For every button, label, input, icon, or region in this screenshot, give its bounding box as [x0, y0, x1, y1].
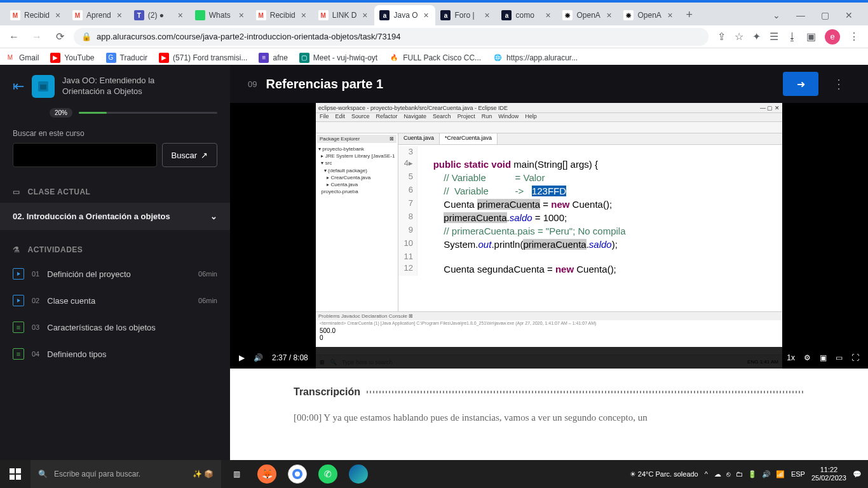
bookmark-item[interactable]: GTraducir [106, 53, 148, 63]
system-tray[interactable]: ☁⎋🗀🔋🔊📶 [714, 470, 785, 478]
browser-tab[interactable]: MLINK D× [313, 5, 375, 25]
weather-widget[interactable]: ☀ 24°C Parc. soleado [630, 470, 698, 478]
search-label: Buscar en este curso [0, 129, 230, 143]
tray-chevron-icon[interactable]: ^ [705, 470, 708, 478]
course-logo [32, 75, 55, 98]
lock-icon: 🔒 [81, 32, 92, 41]
close-icon[interactable]: × [237, 11, 246, 20]
chrome-icon[interactable] [282, 460, 313, 488]
close-icon[interactable]: × [543, 11, 552, 20]
share-icon[interactable]: ⇪ [717, 30, 726, 43]
browser-tab[interactable]: MRecibid× [5, 5, 67, 25]
browser-tab[interactable]: aForo |× [435, 5, 496, 25]
language-indicator[interactable]: ESP [791, 470, 805, 478]
back-button[interactable]: ← [5, 28, 23, 46]
transcript-section: Transcripción [00:00] Y ya que estamos h… [230, 369, 868, 460]
taskbar-search[interactable]: 🔍 Escribe aquí para buscar. ✨ 📦 [31, 460, 221, 488]
transcript-heading: Transcripción [294, 386, 804, 398]
browser-tab[interactable]: ❋OpenA× [618, 5, 679, 25]
browser-tab[interactable]: Whats× [190, 5, 251, 25]
bookmark-item[interactable]: 🔥FULL Pack Cisco CC... [389, 53, 481, 63]
play-icon[interactable]: ▶ [239, 353, 245, 362]
lesson-title: Referencias parte 1 [266, 77, 774, 92]
lesson-menu-icon[interactable]: ⋮ [827, 76, 850, 92]
video-time: 2:37 / 8:08 [272, 353, 308, 362]
browser-tab[interactable]: T(2) ●× [129, 5, 190, 25]
activity-item[interactable]: 01Definición del proyecto06min [0, 261, 230, 287]
activity-item[interactable]: 02Clase cuenta06min [0, 287, 230, 314]
close-icon[interactable]: × [482, 11, 491, 20]
new-tab-button[interactable]: + [679, 8, 699, 25]
window-maximize[interactable]: ▢ [818, 10, 831, 20]
bookmark-item[interactable]: ▢Meet - vuj-hwiq-oyt [299, 53, 377, 63]
browser-tab[interactable]: MAprend× [67, 5, 129, 25]
external-icon: ↗ [201, 151, 208, 160]
reading-list-icon[interactable]: ☰ [770, 30, 778, 43]
close-icon[interactable]: × [360, 11, 369, 20]
bookmark-item[interactable]: 🌐https://app.aluracur... [492, 53, 578, 63]
window-close[interactable]: ✕ [843, 10, 855, 20]
course-search-input[interactable] [13, 143, 157, 167]
svg-rect-5 [16, 475, 21, 480]
course-sidebar: ⇤ Java OO: Entendiendo la Orientación a … [0, 65, 230, 460]
video-controls: ▶ 🔊 2:37 / 8:08 1x ⚙ ▣ ▭ ⛶ [230, 347, 868, 369]
activity-item[interactable]: ≡03Características de los objetos [0, 314, 230, 341]
sidepanel-icon[interactable]: ▣ [806, 30, 816, 43]
speed-button[interactable]: 1x [787, 353, 795, 362]
close-icon[interactable]: × [176, 11, 185, 20]
clock[interactable]: 11:22 25/02/2023 [811, 466, 846, 482]
downloads-icon[interactable]: ⭳ [787, 31, 797, 43]
course-search-button[interactable]: Buscar ↗ [162, 143, 217, 167]
progress-percent: 20% [50, 108, 72, 118]
close-icon[interactable]: × [604, 11, 613, 20]
windows-taskbar: 🔍 Escribe aquí para buscar. ✨ 📦 ▥ 🦊 ✆ ☀ … [0, 460, 868, 488]
theater-icon[interactable]: ▭ [836, 353, 843, 362]
bookmark-item[interactable]: ▶(571) Ford transmisi... [159, 53, 247, 63]
transcript-body: [00:00] Y ya que estamos hablando pues d… [294, 410, 804, 425]
whatsapp-icon[interactable]: ✆ [313, 460, 343, 488]
start-button[interactable] [0, 460, 31, 488]
close-icon[interactable]: × [421, 11, 430, 20]
close-icon[interactable]: × [53, 11, 62, 20]
bookmark-item[interactable]: ≡afne [259, 53, 287, 63]
edge-icon[interactable] [343, 460, 374, 488]
close-icon[interactable]: × [115, 11, 124, 20]
browser-tab[interactable]: aJava O× [374, 5, 435, 25]
progress-bar [79, 112, 217, 114]
browser-tab-strip: MRecibid×MAprend×T(2) ●×Whats×MRecibid×M… [0, 3, 868, 25]
search-icon: 🔍 [38, 470, 48, 478]
url-field[interactable]: 🔒 app.aluracursos.com/course/java-parte2… [74, 28, 709, 46]
close-icon[interactable]: × [299, 11, 308, 20]
kebab-menu-icon[interactable]: ⋮ [849, 30, 859, 43]
settings-icon[interactable]: ⚙ [804, 353, 811, 362]
fullscreen-icon[interactable]: ⛶ [851, 353, 859, 362]
sidebar-back-icon[interactable]: ⇤ [13, 78, 24, 95]
extensions-icon[interactable]: ✦ [752, 30, 761, 43]
browser-tab[interactable]: MRecibid× [251, 5, 313, 25]
video-frame: eclipse-workspace - proyecto-bytebank/sr… [316, 103, 782, 369]
section-current-label: CLASE ACTUAL [28, 187, 91, 196]
next-lesson-button[interactable]: ➜ [783, 72, 818, 96]
taskview-icon[interactable]: ▥ [221, 460, 252, 488]
browser-tab[interactable]: acomo× [496, 5, 557, 25]
svg-rect-3 [16, 468, 21, 473]
notifications-icon[interactable]: 💬 [853, 470, 862, 478]
video-player[interactable]: eclipse-workspace - proyecto-bytebank/sr… [230, 103, 868, 369]
volume-icon[interactable]: 🔊 [254, 353, 263, 362]
url-text: app.aluracursos.com/course/java-parte2-i… [97, 32, 400, 41]
profile-avatar[interactable]: e [825, 29, 840, 44]
firefox-icon[interactable]: 🦊 [252, 460, 282, 488]
activity-item[interactable]: ≡04Definiendo tipos [0, 341, 230, 367]
pip-icon[interactable]: ▣ [820, 353, 827, 362]
bookmark-item[interactable]: MGmail [5, 53, 39, 63]
course-title-line2: Orientación a Objetos [62, 86, 154, 97]
window-minimize[interactable]: — [794, 10, 807, 20]
star-icon[interactable]: ☆ [735, 30, 743, 43]
chevron-down-icon[interactable]: ⌄ [770, 10, 783, 20]
close-icon[interactable]: × [665, 11, 674, 20]
forward-button: → [28, 28, 46, 46]
browser-tab[interactable]: ❋OpenA× [557, 5, 618, 25]
reload-button[interactable]: ⟳ [51, 28, 69, 46]
current-class-row[interactable]: 02. Introducción a Orientación a objetos… [0, 203, 230, 230]
bookmark-item[interactable]: ▶YouTube [50, 53, 94, 63]
